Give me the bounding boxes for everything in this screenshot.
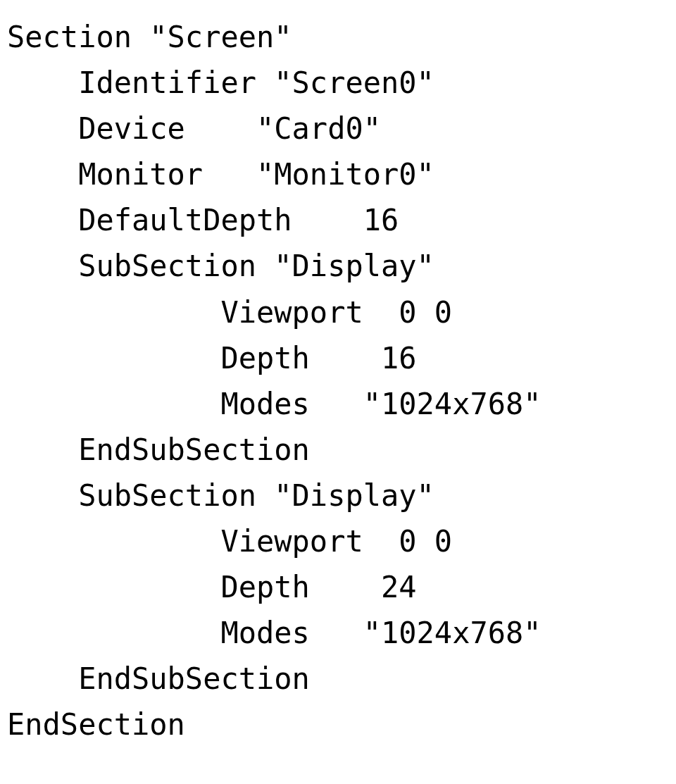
- xorg-config-text: Section "Screen" Identifier "Screen0" De…: [0, 0, 676, 762]
